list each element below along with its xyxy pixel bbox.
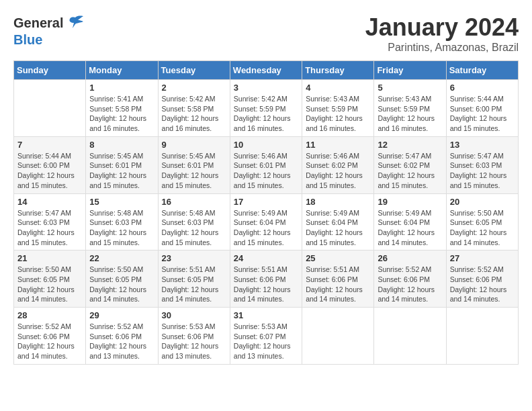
daylight-text: Daylight: 12 hours and 15 minutes. [450, 113, 515, 133]
daylight-text: Daylight: 12 hours and 16 minutes. [162, 113, 226, 133]
table-row: 20 Sunrise: 5:50 AM Sunset: 6:05 PM Dayl… [446, 193, 518, 250]
title-area: January 2024 Parintins, Amazonas, Brazil [365, 13, 519, 54]
daylight-text: Daylight: 12 hours and 14 minutes. [450, 228, 515, 247]
day-info: Sunrise: 5:53 AM Sunset: 6:06 PM Dayligh… [162, 322, 226, 361]
daylight-text: Daylight: 12 hours and 15 minutes. [17, 228, 82, 247]
sunset-text: Sunset: 6:06 PM [17, 332, 82, 342]
sunrise-text: Sunrise: 5:50 AM [17, 265, 82, 275]
table-row: 6 Sunrise: 5:44 AM Sunset: 6:00 PM Dayli… [446, 80, 518, 137]
logo-blue-text: Blue [13, 32, 42, 47]
sunrise-text: Sunrise: 5:44 AM [450, 94, 515, 104]
day-info: Sunrise: 5:49 AM Sunset: 6:04 PM Dayligh… [306, 208, 370, 248]
calendar-week-row: 1 Sunrise: 5:41 AM Sunset: 5:58 PM Dayli… [14, 80, 519, 137]
day-info: Sunrise: 5:47 AM Sunset: 6:03 PM Dayligh… [450, 151, 515, 191]
sunset-text: Sunset: 6:06 PM [162, 332, 226, 342]
day-number: 25 [306, 253, 370, 263]
table-row: 10 Sunrise: 5:46 AM Sunset: 6:01 PM Dayl… [230, 136, 302, 193]
day-info: Sunrise: 5:45 AM Sunset: 6:01 PM Dayligh… [162, 151, 226, 191]
page-header: General Blue January 2024 Parintins, Ama… [13, 13, 519, 54]
daylight-text: Daylight: 12 hours and 14 minutes. [17, 341, 82, 361]
daylight-text: Daylight: 12 hours and 16 minutes. [378, 113, 442, 133]
day-number: 4 [306, 83, 370, 93]
sunset-text: Sunset: 6:03 PM [17, 218, 82, 228]
day-info: Sunrise: 5:51 AM Sunset: 6:06 PM Dayligh… [306, 265, 370, 304]
daylight-text: Daylight: 12 hours and 16 minutes. [306, 113, 370, 133]
sunset-text: Sunset: 6:04 PM [234, 218, 298, 228]
daylight-text: Daylight: 12 hours and 15 minutes. [162, 171, 226, 190]
day-number: 11 [306, 140, 370, 150]
day-info: Sunrise: 5:48 AM Sunset: 6:03 PM Dayligh… [162, 208, 226, 248]
sunrise-text: Sunrise: 5:47 AM [378, 151, 442, 161]
day-info: Sunrise: 5:44 AM Sunset: 6:00 PM Dayligh… [17, 151, 82, 191]
daylight-text: Daylight: 12 hours and 14 minutes. [306, 285, 370, 304]
header-wednesday: Wednesday [230, 61, 302, 80]
sunset-text: Sunset: 6:03 PM [450, 161, 515, 171]
table-row: 29 Sunrise: 5:52 AM Sunset: 6:06 PM Dayl… [86, 308, 158, 365]
table-row: 22 Sunrise: 5:50 AM Sunset: 6:05 PM Dayl… [86, 250, 158, 308]
table-row: 17 Sunrise: 5:49 AM Sunset: 6:04 PM Dayl… [230, 193, 302, 250]
sunset-text: Sunset: 6:05 PM [450, 218, 515, 228]
daylight-text: Daylight: 12 hours and 15 minutes. [306, 228, 370, 247]
day-number: 31 [234, 310, 298, 320]
day-number: 27 [450, 253, 515, 263]
weekday-header-row: Sunday Monday Tuesday Wednesday Thursday… [14, 61, 519, 80]
sunset-text: Sunset: 5:58 PM [89, 104, 154, 114]
calendar-week-row: 28 Sunrise: 5:52 AM Sunset: 6:06 PM Dayl… [14, 308, 519, 365]
sunrise-text: Sunrise: 5:45 AM [162, 151, 226, 161]
daylight-text: Daylight: 12 hours and 14 minutes. [17, 285, 82, 304]
sunrise-text: Sunrise: 5:43 AM [378, 94, 442, 104]
daylight-text: Daylight: 12 hours and 16 minutes. [234, 113, 298, 133]
table-row: 1 Sunrise: 5:41 AM Sunset: 5:58 PM Dayli… [86, 80, 158, 137]
sunrise-text: Sunrise: 5:41 AM [89, 94, 154, 104]
sunset-text: Sunset: 6:03 PM [162, 218, 226, 228]
daylight-text: Daylight: 12 hours and 14 minutes. [234, 285, 298, 304]
day-info: Sunrise: 5:53 AM Sunset: 6:07 PM Dayligh… [234, 322, 298, 361]
day-info: Sunrise: 5:43 AM Sunset: 5:59 PM Dayligh… [378, 94, 442, 134]
day-info: Sunrise: 5:44 AM Sunset: 6:00 PM Dayligh… [450, 94, 515, 134]
header-sunday: Sunday [14, 61, 86, 80]
sunset-text: Sunset: 6:04 PM [378, 218, 442, 228]
daylight-text: Daylight: 12 hours and 15 minutes. [450, 171, 515, 190]
table-row: 9 Sunrise: 5:45 AM Sunset: 6:01 PM Dayli… [158, 136, 230, 193]
day-number: 16 [162, 197, 226, 207]
daylight-text: Daylight: 12 hours and 15 minutes. [378, 171, 442, 190]
day-info: Sunrise: 5:52 AM Sunset: 6:06 PM Dayligh… [378, 265, 442, 304]
sunrise-text: Sunrise: 5:48 AM [162, 208, 226, 218]
header-monday: Monday [86, 61, 158, 80]
table-row: 12 Sunrise: 5:47 AM Sunset: 6:02 PM Dayl… [374, 136, 446, 193]
day-info: Sunrise: 5:50 AM Sunset: 6:05 PM Dayligh… [450, 208, 515, 248]
logo-bird-icon [66, 13, 85, 32]
sunset-text: Sunset: 6:05 PM [17, 275, 82, 285]
header-saturday: Saturday [446, 61, 518, 80]
table-row: 3 Sunrise: 5:42 AM Sunset: 5:59 PM Dayli… [230, 80, 302, 137]
daylight-text: Daylight: 12 hours and 14 minutes. [450, 285, 515, 304]
table-row: 30 Sunrise: 5:53 AM Sunset: 6:06 PM Dayl… [158, 308, 230, 365]
day-info: Sunrise: 5:49 AM Sunset: 6:04 PM Dayligh… [378, 208, 442, 248]
sunset-text: Sunset: 6:05 PM [162, 275, 226, 285]
sunrise-text: Sunrise: 5:50 AM [450, 208, 515, 218]
day-number: 12 [378, 140, 442, 150]
day-number: 15 [89, 197, 154, 207]
sunrise-text: Sunrise: 5:53 AM [162, 322, 226, 332]
day-info: Sunrise: 5:52 AM Sunset: 6:06 PM Dayligh… [89, 322, 154, 361]
header-friday: Friday [374, 61, 446, 80]
daylight-text: Daylight: 12 hours and 15 minutes. [162, 228, 226, 247]
sunrise-text: Sunrise: 5:49 AM [234, 208, 298, 218]
day-info: Sunrise: 5:46 AM Sunset: 6:02 PM Dayligh… [306, 151, 370, 191]
table-row [302, 308, 374, 365]
sunrise-text: Sunrise: 5:51 AM [162, 265, 226, 275]
sunrise-text: Sunrise: 5:50 AM [89, 265, 154, 275]
day-number: 13 [450, 140, 515, 150]
sunset-text: Sunset: 6:06 PM [378, 275, 442, 285]
table-row [14, 80, 86, 137]
day-number: 21 [17, 253, 82, 263]
sunset-text: Sunset: 6:06 PM [234, 275, 298, 285]
daylight-text: Daylight: 12 hours and 15 minutes. [17, 171, 82, 190]
day-info: Sunrise: 5:47 AM Sunset: 6:02 PM Dayligh… [378, 151, 442, 191]
table-row: 28 Sunrise: 5:52 AM Sunset: 6:06 PM Dayl… [14, 308, 86, 365]
table-row: 8 Sunrise: 5:45 AM Sunset: 6:01 PM Dayli… [86, 136, 158, 193]
day-info: Sunrise: 5:43 AM Sunset: 5:59 PM Dayligh… [306, 94, 370, 134]
table-row: 18 Sunrise: 5:49 AM Sunset: 6:04 PM Dayl… [302, 193, 374, 250]
sunrise-text: Sunrise: 5:48 AM [89, 208, 154, 218]
table-row: 23 Sunrise: 5:51 AM Sunset: 6:05 PM Dayl… [158, 250, 230, 308]
